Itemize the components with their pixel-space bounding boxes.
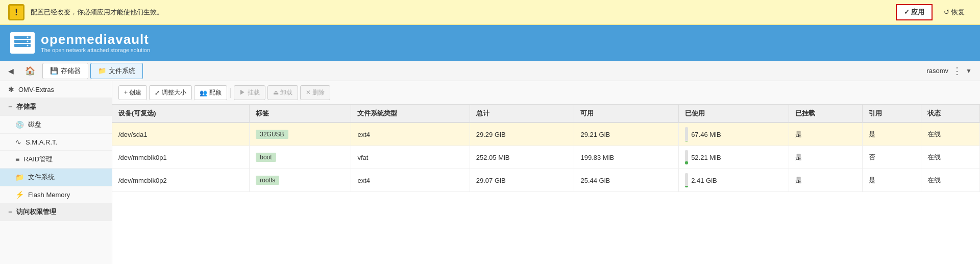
cell-fstype: vfat: [351, 146, 470, 169]
usage-bar-fill: [685, 161, 688, 164]
warning-icon: !: [8, 4, 24, 20]
toolbar-separator-1: [230, 88, 231, 98]
filesystem-tab-label: 文件系统: [109, 66, 135, 76]
table-row[interactable]: /dev/mmcblk0p1 boot vfat 252.05 MiB 199.…: [112, 146, 980, 169]
filesystem-tab-icon: 📁: [98, 67, 106, 75]
quota-button[interactable]: 👥 配额: [194, 85, 227, 100]
create-button[interactable]: + 创建: [118, 85, 147, 100]
toolbar: + 创建 ⤢ 调整大小 👥 配额 ▶ 挂载 ⏏ 卸载 ✕ 删除: [112, 81, 980, 105]
nav-right: rasomv ⋮ ▼: [926, 65, 976, 77]
sidebar-item-raid[interactable]: ≡ RAID管理: [0, 151, 112, 169]
cell-label: boot: [250, 146, 351, 169]
folder-icon: 📁: [15, 173, 24, 181]
cell-referenced: 否: [862, 146, 921, 169]
col-total: 总计: [470, 105, 574, 123]
restore-button[interactable]: ↺ 恢复: [937, 5, 972, 19]
sidebar-item-label: RAID管理: [23, 155, 53, 164]
nav-menu-button[interactable]: ⋮: [952, 65, 962, 77]
warning-left: ! 配置已经改变，你必须应用才能使他们生效。: [8, 4, 163, 20]
table-header-row: 设备(可复选) 标签 文件系统类型 总计 可用 已使用 已挂载 引用 状态: [112, 105, 980, 123]
quota-label: 配额: [209, 88, 222, 97]
cell-fstype: ext4: [351, 123, 470, 146]
resize-icon: ⤢: [155, 89, 160, 97]
sidebar-item-label: OMV-Extras: [18, 86, 54, 93]
nav-left: ◀ 🏠 💾 存储器 📁 文件系统: [4, 63, 143, 79]
table-row[interactable]: /dev/sda1 32GUSB ext4 29.29 GiB 29.21 Gi…: [112, 123, 980, 146]
cell-available: 199.83 MiB: [574, 146, 679, 169]
sidebar: ✱ OMV-Extras − 存储器 💿 磁盘 ∿ S.M.A.R.T. ≡ R…: [0, 81, 112, 264]
nav-dropdown-button[interactable]: ▼: [966, 67, 972, 75]
used-value: 2.41 GiB: [691, 177, 717, 184]
sidebar-section-label: 存储器: [16, 102, 36, 111]
cell-available: 25.44 GiB: [574, 169, 679, 192]
unmount-button[interactable]: ⏏ 卸载: [267, 85, 298, 100]
content-area: + 创建 ⤢ 调整大小 👥 配额 ▶ 挂载 ⏏ 卸载 ✕ 删除 设备(可复选) …: [112, 81, 980, 264]
sidebar-item-flash-memory[interactable]: ⚡ Flash Memory: [0, 186, 112, 203]
sidebar-item-filesystem[interactable]: 📁 文件系统: [0, 169, 112, 186]
cell-available: 29.21 GiB: [574, 123, 679, 146]
tab-filesystem[interactable]: 📁 文件系统: [90, 63, 143, 79]
storage-tab-icon: 💾: [50, 67, 58, 75]
apply-button[interactable]: ✓ 应用: [896, 4, 933, 20]
cell-label: rootfs: [250, 169, 351, 192]
nav-bar: ◀ 🏠 💾 存储器 📁 文件系统 rasomv ⋮ ▼: [0, 61, 980, 81]
sidebar-item-disk[interactable]: 💿 磁盘: [0, 116, 112, 134]
label-tag: 32GUSB: [256, 130, 288, 139]
label-tag: rootfs: [256, 176, 279, 185]
col-fstype: 文件系统类型: [351, 105, 470, 123]
usage-bar-wrap: [685, 150, 688, 164]
main-layout: ✱ OMV-Extras − 存储器 💿 磁盘 ∿ S.M.A.R.T. ≡ R…: [0, 81, 980, 264]
cell-total: 252.05 MiB: [470, 146, 574, 169]
delete-button[interactable]: ✕ 删除: [300, 85, 330, 100]
cell-fstype: ext4: [351, 169, 470, 192]
svg-point-3: [27, 37, 29, 38]
usage-bar-wrap: [685, 127, 688, 141]
cell-label: 32GUSB: [250, 123, 351, 146]
minus-icon: −: [8, 103, 12, 111]
cell-status: 在线: [921, 169, 979, 192]
cell-status: 在线: [921, 123, 979, 146]
usage-cell: 2.41 GiB: [685, 173, 782, 187]
brand-name: openmediavault: [41, 33, 150, 46]
cell-used: 52.21 MiB: [679, 146, 789, 169]
svg-point-5: [27, 45, 29, 46]
col-device: 设备(可复选): [112, 105, 250, 123]
tab-storage[interactable]: 💾 存储器: [42, 63, 88, 79]
col-available: 可用: [574, 105, 679, 123]
quota-icon: 👥: [200, 89, 207, 97]
sidebar-item-omv-extras[interactable]: ✱ OMV-Extras: [0, 81, 112, 98]
mount-button[interactable]: ▶ 挂载: [234, 85, 265, 100]
usage-cell: 67.46 MiB: [685, 127, 782, 141]
sidebar-section-access: − 访问权限管理: [0, 203, 112, 221]
svg-point-4: [27, 41, 29, 42]
used-value: 52.21 MiB: [691, 154, 721, 161]
home-button[interactable]: 🏠: [20, 64, 40, 78]
col-status: 状态: [921, 105, 979, 123]
flash-icon: ⚡: [15, 190, 24, 199]
table-container: 设备(可复选) 标签 文件系统类型 总计 可用 已使用 已挂载 引用 状态 /d…: [112, 105, 980, 264]
sidebar-item-label: S.M.A.R.T.: [26, 138, 57, 146]
usage-bar-fill: [685, 141, 688, 141]
warning-bar: ! 配置已经改变，你必须应用才能使他们生效。 ✓ 应用 ↺ 恢复: [0, 0, 980, 25]
brand-logo: openmediavault The open network attached…: [10, 32, 150, 54]
cell-mounted: 是: [789, 146, 862, 169]
cell-mounted: 是: [789, 169, 862, 192]
brand-text-block: openmediavault The open network attached…: [41, 33, 150, 53]
sidebar-collapse-button[interactable]: ◀: [4, 65, 18, 77]
cell-mounted: 是: [789, 123, 862, 146]
usage-bar-fill: [685, 186, 688, 187]
wrench-icon: ✱: [8, 85, 14, 93]
usage-cell: 52.21 MiB: [685, 150, 782, 164]
nav-username: rasomv: [926, 67, 948, 75]
table-row[interactable]: /dev/mmcblk0p2 rootfs ext4 29.07 GiB 25.…: [112, 169, 980, 192]
cell-device: /dev/mmcblk0p2: [112, 169, 250, 192]
raid-icon: ≡: [15, 155, 19, 163]
cell-total: 29.29 GiB: [470, 123, 574, 146]
smart-icon: ∿: [15, 138, 21, 146]
cell-device: /dev/mmcblk0p1: [112, 146, 250, 169]
sidebar-item-label: 文件系统: [28, 173, 55, 182]
sidebar-item-label: Flash Memory: [28, 191, 70, 199]
resize-button[interactable]: ⤢ 调整大小: [149, 85, 192, 100]
minus2-icon: −: [8, 208, 12, 216]
sidebar-item-smart[interactable]: ∿ S.M.A.R.T.: [0, 134, 112, 151]
